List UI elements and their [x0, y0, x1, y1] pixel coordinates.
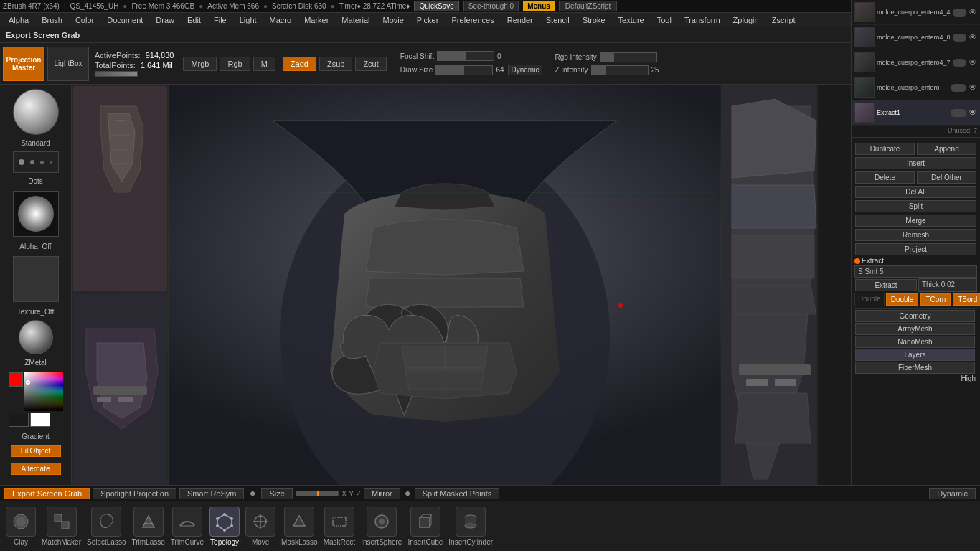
projection-master-button[interactable]: ProjectionMaster	[3, 47, 44, 81]
tool-trimcurve[interactable]: TrimCurve	[171, 507, 204, 546]
alpha-preview[interactable]	[13, 191, 59, 237]
size-slider[interactable]	[296, 491, 339, 496]
menu-texture[interactable]: Texture	[613, 14, 650, 26]
mrgb-button[interactable]: Mrgb	[183, 57, 217, 71]
menu-file[interactable]: File	[208, 14, 232, 26]
menu-stencil[interactable]: Stencil	[540, 14, 575, 26]
dots-brush-preview[interactable]	[13, 151, 59, 173]
menu-zplugin[interactable]: Zplugin	[727, 14, 765, 26]
menu-preferences[interactable]: Preferences	[446, 14, 499, 26]
dynamic-button[interactable]: Dynamic	[508, 65, 543, 75]
sublayer-toggle-1[interactable]	[953, 9, 966, 17]
sublayer-eye-1[interactable]: 👁	[969, 7, 977, 17]
extract-button[interactable]: Extract	[855, 279, 917, 291]
tool-trimlasso[interactable]: TrimLasso	[132, 507, 165, 546]
default-script[interactable]: DefaultZScript	[559, 1, 617, 11]
menu-render[interactable]: Render	[501, 14, 539, 26]
delete-button[interactable]: Delete	[855, 171, 915, 184]
duplicate-button[interactable]: Duplicate	[855, 143, 915, 155]
nano-mesh-button[interactable]: NanoMesh	[855, 336, 975, 348]
material-preview[interactable]	[19, 320, 53, 354]
zcut-button[interactable]: Zcut	[355, 57, 386, 71]
array-mesh-button[interactable]: ArrayMesh	[855, 323, 975, 335]
tool-move[interactable]: Move	[245, 507, 275, 546]
menu-material[interactable]: Material	[336, 14, 375, 26]
menu-alpha[interactable]: Alpha	[3, 14, 34, 26]
merge-button[interactable]: Merge	[855, 215, 976, 227]
color-swatch-light[interactable]	[30, 413, 50, 427]
tool-maskrect[interactable]: MaskRect	[324, 507, 355, 546]
mirror-button[interactable]: Mirror	[364, 488, 400, 499]
del-all-button[interactable]: Del All	[855, 186, 976, 198]
menu-draw[interactable]: Draw	[150, 14, 180, 26]
color-picker[interactable]	[24, 372, 63, 411]
menu-zscript[interactable]: Zscript	[766, 14, 801, 26]
del-other-button[interactable]: Del Other	[917, 171, 976, 184]
insert-button[interactable]: Insert	[855, 157, 976, 169]
zadd-button[interactable]: Zadd	[283, 57, 316, 71]
append-button[interactable]: Append	[917, 143, 976, 155]
menu-tool[interactable]: Tool	[651, 14, 677, 26]
menu-edit[interactable]: Edit	[182, 14, 207, 26]
tool-topology[interactable]: Topology	[209, 507, 240, 546]
menu-marker[interactable]: Marker	[298, 14, 334, 26]
smart-resym-button[interactable]: Smart ReSym	[179, 488, 244, 499]
menus-button[interactable]: Menus	[523, 1, 555, 11]
menu-transform[interactable]: Transform	[679, 14, 726, 26]
tool-matchmaker[interactable]: MatchMaker	[42, 507, 81, 546]
menu-stroke[interactable]: Stroke	[577, 14, 611, 26]
tool-insertsphere[interactable]: InsertSphere	[361, 507, 402, 546]
menu-movie[interactable]: Movie	[377, 14, 409, 26]
intensity-slider[interactable]	[95, 71, 138, 77]
m-button[interactable]: M	[253, 57, 275, 71]
split-button[interactable]: Split	[855, 200, 976, 212]
spotlight-projection-button[interactable]: Spotlight Projection	[93, 488, 176, 499]
menu-light[interactable]: Light	[234, 14, 263, 26]
menu-brush[interactable]: Brush	[36, 14, 68, 26]
double-button[interactable]: Double	[886, 293, 919, 306]
tool-masklasso[interactable]: MaskLasso	[281, 507, 318, 546]
rgb-button[interactable]: Rgb	[220, 57, 250, 71]
tcorn-button[interactable]: TCorn	[920, 293, 951, 306]
sublayer-eye-4[interactable]: 👁	[969, 83, 977, 93]
menu-document[interactable]: Document	[101, 14, 149, 26]
texture-preview[interactable]	[13, 256, 59, 302]
z-intensity-slider[interactable]	[591, 65, 649, 75]
geometry-button[interactable]: Geometry	[855, 310, 975, 322]
menu-macro[interactable]: Macro	[264, 14, 298, 26]
tool-insertcube[interactable]: InsertCube	[407, 507, 443, 546]
rgb-intensity-slider[interactable]	[600, 52, 657, 62]
alternate-button[interactable]: Alternate	[11, 463, 61, 475]
sublayer-eye-2[interactable]: 👁	[969, 32, 977, 42]
color-swatch-dark[interactable]	[9, 413, 29, 427]
fill-object-button[interactable]: FillObject	[11, 445, 61, 457]
sublayer-toggle-3[interactable]	[953, 59, 966, 67]
project-button[interactable]: Project	[855, 243, 976, 255]
quick-save-button[interactable]: QuickSave	[414, 1, 458, 11]
sublayer-toggle-extract[interactable]	[951, 109, 966, 117]
dynamic-status-button[interactable]: Dynamic	[929, 488, 976, 499]
canvas-area[interactable]	[72, 85, 818, 501]
sublayer-toggle-4[interactable]	[951, 84, 966, 92]
menu-picker[interactable]: Picker	[411, 14, 445, 26]
layers-button[interactable]: Layers	[855, 349, 975, 361]
focal-shift-slider[interactable]	[437, 51, 494, 61]
tool-clay[interactable]: Clay	[6, 507, 36, 546]
remesh-button[interactable]: Remesh	[855, 229, 976, 241]
fiber-mesh-button[interactable]: FiberMesh	[855, 362, 975, 374]
lightbox-button[interactable]: LightBox	[47, 47, 89, 81]
split-masked-button[interactable]: Split Masked Points	[415, 488, 500, 499]
zsub-button[interactable]: Zsub	[319, 57, 352, 71]
tool-insertcylinder[interactable]: InsertCylinder	[448, 507, 493, 546]
menu-color[interactable]: Color	[70, 14, 100, 26]
color-red-indicator[interactable]	[9, 372, 23, 387]
sublayer-eye-extract[interactable]: 👁	[969, 108, 977, 118]
draw-size-slider[interactable]	[435, 65, 493, 75]
see-through-control[interactable]: See-through 0	[463, 1, 519, 11]
tool-selectlasso[interactable]: SelectLasso	[87, 507, 126, 546]
size-button[interactable]: Size	[261, 488, 292, 499]
export-screen-grab-button[interactable]: Export Screen Grab	[4, 488, 90, 499]
sublayer-eye-3[interactable]: 👁	[969, 57, 977, 67]
tbord-button[interactable]: TBord	[953, 293, 980, 306]
sublayer-toggle-2[interactable]	[953, 34, 966, 42]
